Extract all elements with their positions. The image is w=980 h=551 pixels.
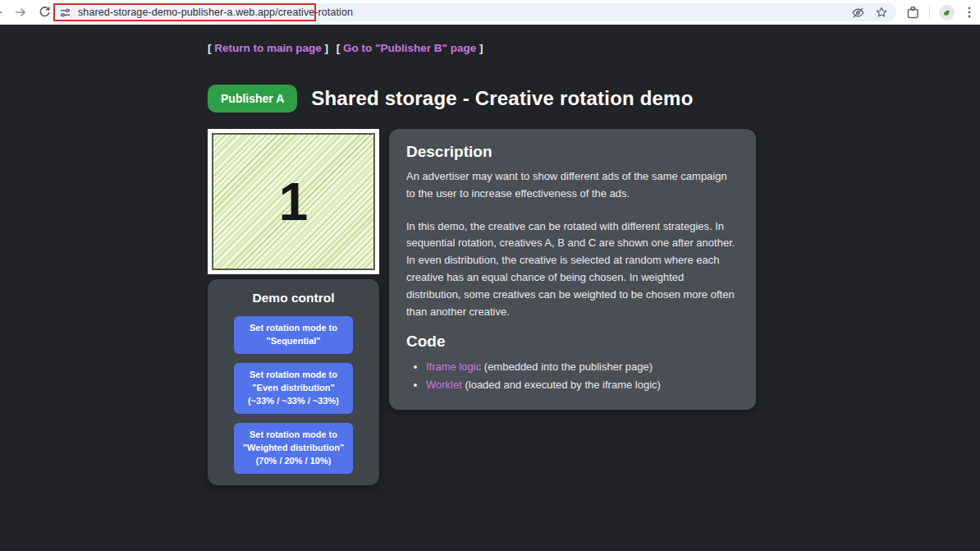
ad-creative-iframe[interactable]: 1 <box>208 129 379 274</box>
sequential-mode-button[interactable]: Set rotation mode to "Sequential" <box>234 316 353 354</box>
browser-nav-buttons <box>0 6 51 19</box>
top-navigation: [ Return to main page ] [ Go to "Publish… <box>208 42 980 54</box>
browser-chrome: shared-storage-demo-publisher-a.web.app/… <box>0 0 980 25</box>
weighted-distribution-mode-button[interactable]: Set rotation mode to "Weighted distribut… <box>234 423 353 474</box>
bracket: ] <box>479 42 483 54</box>
worklet-link[interactable]: Worklet <box>426 379 462 391</box>
browser-toolbar-right <box>906 5 975 21</box>
code-list-item: Iframe logic (embedded into the publishe… <box>426 358 739 376</box>
back-arrow-icon[interactable] <box>0 6 3 19</box>
main-content-row: 1 Demo control Set rotation mode to "Seq… <box>208 129 980 485</box>
iframe-logic-link[interactable]: Iframe logic <box>426 360 481 373</box>
bracket: [ <box>337 42 341 54</box>
reload-icon[interactable] <box>38 6 51 19</box>
url-text[interactable]: shared-storage-demo-publisher-a.web.app/… <box>78 7 845 18</box>
code-heading: Code <box>406 333 739 351</box>
return-main-link[interactable]: Return to main page <box>214 42 322 54</box>
kebab-menu-icon[interactable] <box>964 6 975 19</box>
bracket: ] <box>325 42 329 54</box>
description-paragraph: In this demo, the creative can be rotate… <box>406 218 739 321</box>
demo-control-title: Demo control <box>208 291 379 305</box>
nav-link-main-page: [ Return to main page ] <box>208 42 332 54</box>
tune-icon[interactable] <box>59 7 71 19</box>
code-item-note: (loaded and executed by the iframe logic… <box>462 379 661 391</box>
page-content: [ Return to main page ] [ Go to "Publish… <box>0 25 980 551</box>
extensions-icon[interactable] <box>906 6 920 20</box>
star-icon[interactable] <box>875 6 888 19</box>
code-list-item: Worklet (loaded and executed by the ifra… <box>426 376 739 394</box>
publisher-b-link[interactable]: Go to "Publisher B" page <box>343 42 476 54</box>
page-title: Shared storage - Creative rotation demo <box>311 87 693 110</box>
publisher-badge: Publisher A <box>208 85 297 112</box>
description-card: Description An advertiser may want to sh… <box>389 129 756 410</box>
left-column: 1 Demo control Set rotation mode to "Seq… <box>208 129 379 485</box>
code-item-note: (embedded into the publisher page) <box>481 360 653 373</box>
forward-arrow-icon[interactable] <box>14 6 27 19</box>
even-distribution-mode-button[interactable]: Set rotation mode to "Even distribution"… <box>234 363 353 414</box>
description-heading: Description <box>406 143 739 161</box>
profile-avatar[interactable] <box>939 5 955 21</box>
code-links-list: Iframe logic (embedded into the publishe… <box>406 358 739 394</box>
bracket: [ <box>208 42 212 54</box>
nav-link-publisher-b: [ Go to "Publisher B" page ] <box>337 42 483 54</box>
eye-off-icon[interactable] <box>851 6 865 20</box>
ad-creative-image[interactable]: 1 <box>212 133 375 270</box>
toolbar-separator <box>929 6 930 19</box>
demo-control-panel: Demo control Set rotation mode to "Seque… <box>208 279 379 485</box>
description-paragraph: An advertiser may want to show different… <box>406 168 739 203</box>
page-header: Publisher A Shared storage - Creative ro… <box>208 85 980 112</box>
url-bar[interactable]: shared-storage-demo-publisher-a.web.app/… <box>51 3 896 21</box>
creative-number: 1 <box>279 176 309 228</box>
